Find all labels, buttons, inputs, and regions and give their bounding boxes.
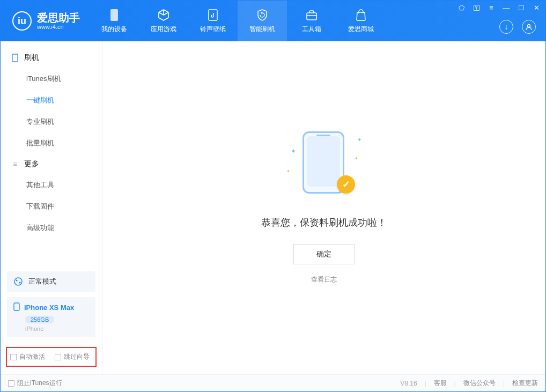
user-icon[interactable] [522,20,536,34]
window-controls: ⬠ ⚿ ≡ ― ☐ ✕ [458,4,540,11]
music-file-icon [206,8,220,22]
checkbox-box [10,354,17,360]
maximize-button[interactable]: ☐ [518,4,525,11]
cube-icon [157,8,171,22]
svg-rect-1 [209,10,217,20]
checkbox-box [8,380,14,387]
sidebar-group-title: 刷机 [24,53,39,63]
app-url: www.i4.cn [37,24,80,30]
shield-refresh-icon [255,8,269,22]
svg-point-5 [14,278,22,285]
mode-card[interactable]: 正常模式 [7,271,95,292]
tab-store[interactable]: 爱思商城 [336,1,386,41]
menu-icon[interactable]: ≡ [488,4,495,11]
tab-label: 工具箱 [302,25,321,34]
sidebar-item-itunes-flash[interactable]: iTunes刷机 [1,68,102,90]
toolbox-icon [305,8,319,22]
svg-rect-8 [14,303,19,310]
svg-point-7 [19,282,20,283]
spark-icon: ✦ [286,169,290,174]
body: 刷机 iTunes刷机 一键刷机 专业刷机 批量刷机 ≡ 更多 其他工具 下载固… [1,41,545,374]
lock-icon[interactable]: ⚿ [473,4,480,11]
tab-ringtones-wallpapers[interactable]: 铃声壁纸 [188,1,238,41]
device-name: iPhone XS Max [24,304,74,312]
footer-link-support[interactable]: 客服 [434,379,447,388]
tab-apps-games[interactable]: 应用游戏 [139,1,188,41]
svg-rect-2 [307,13,316,20]
logo-icon: iu [12,11,32,31]
svg-point-3 [528,25,530,27]
sidebar-group-more[interactable]: ≡ 更多 [1,154,102,174]
tab-smart-flash[interactable]: 智能刷机 [238,1,287,41]
success-title: 恭喜您，保资料刷机成功啦！ [261,216,387,229]
tab-label: 应用游戏 [151,25,176,34]
spark-icon: ✦ [291,147,296,155]
main-tabs: 我的设备 应用游戏 铃声壁纸 智能刷机 工具箱 爱思商城 [90,1,386,41]
ok-button[interactable]: 确定 [293,244,355,264]
device-card[interactable]: iPhone XS Max 256GB iPhone [7,297,95,337]
tab-label: 铃声壁纸 [200,25,226,34]
checkbox-box [55,354,61,360]
header-actions: ↓ [499,20,536,34]
footer-link-wechat[interactable]: 微信公众号 [463,379,496,388]
svg-rect-0 [110,9,118,21]
tab-my-devices[interactable]: 我的设备 [90,1,139,41]
minimize-button[interactable]: ― [503,4,510,11]
spark-icon: ✦ [357,137,361,143]
check-badge-icon: ✓ [337,175,355,194]
device-capacity: 256GB [25,316,54,323]
tab-toolbox[interactable]: 工具箱 [287,1,336,41]
logo-text: 爱思助手 www.i4.cn [37,12,80,30]
sidebar-item-other-tools[interactable]: 其他工具 [1,174,102,196]
sidebar-item-batch-flash[interactable]: 批量刷机 [1,132,102,154]
checkbox-label: 自动激活 [19,352,45,361]
sidebar-item-oneclick-flash[interactable]: 一键刷机 [1,90,102,111]
tab-label: 智能刷机 [249,25,275,34]
checkbox-label: 阻止iTunes运行 [17,379,62,388]
download-icon[interactable]: ↓ [499,20,513,34]
checkbox-block-itunes[interactable]: 阻止iTunes运行 [8,379,62,388]
mode-label: 正常模式 [28,277,56,286]
mode-icon [13,277,23,286]
device-icon [107,8,121,22]
logo[interactable]: iu 爱思助手 www.i4.cn [1,11,90,31]
main-content: ✦ ✦ ✦ ✦ ✓ 恭喜您，保资料刷机成功啦！ 确定 查看日志 [102,41,545,374]
app-name: 爱思助手 [37,12,80,24]
footer-link-update[interactable]: 检查更新 [512,379,538,388]
checkbox-auto-activate[interactable]: 自动激活 [10,352,45,361]
phone-small-icon [11,54,19,62]
tab-label: 我的设备 [101,25,127,34]
sidebar-item-pro-flash[interactable]: 专业刷机 [1,111,102,132]
device-phone-icon [13,302,20,313]
view-log-link[interactable]: 查看日志 [311,275,337,284]
checkbox-skip-guide[interactable]: 跳过向导 [55,352,90,361]
spark-icon: ✦ [355,156,358,161]
bag-icon [354,8,368,22]
version-label: V8.16 [400,380,417,387]
close-button[interactable]: ✕ [533,4,540,11]
header: iu 爱思助手 www.i4.cn 我的设备 应用游戏 铃声壁纸 智能刷机 工具… [1,1,545,41]
device-type: iPhone [25,326,89,332]
shirt-icon[interactable]: ⬠ [458,4,465,11]
highlighted-checkbox-row: 自动激活 跳过向导 [6,347,97,367]
checkbox-label: 跳过向导 [64,352,90,361]
tab-label: 爱思商城 [348,25,374,34]
sidebar-group-flash[interactable]: 刷机 [1,48,102,68]
sidebar-item-advanced[interactable]: 高级功能 [1,217,102,239]
list-icon: ≡ [11,160,19,168]
sidebar: 刷机 iTunes刷机 一键刷机 专业刷机 批量刷机 ≡ 更多 其他工具 下载固… [1,41,102,374]
sidebar-item-download-firmware[interactable]: 下载固件 [1,196,102,217]
footer: 阻止iTunes运行 V8.16 | 客服 | 微信公众号 | 检查更新 [1,374,545,391]
svg-point-6 [16,279,17,281]
svg-rect-4 [12,54,18,62]
success-illustration: ✦ ✦ ✦ ✦ ✓ [286,131,361,201]
sidebar-group-title: 更多 [24,159,39,169]
